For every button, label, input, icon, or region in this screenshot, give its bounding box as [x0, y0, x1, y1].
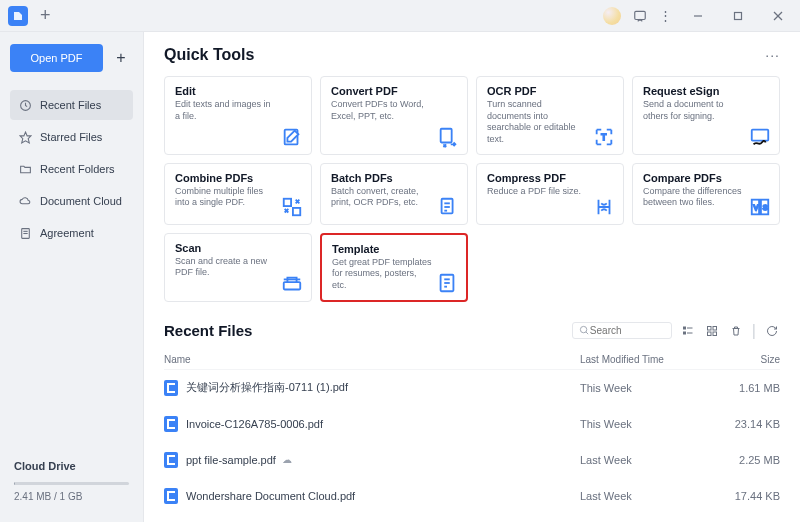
doc-icon	[18, 226, 32, 240]
column-time: Last Modified Time	[580, 354, 710, 365]
file-name: 关键词分析操作指南-0711 (1).pdf	[186, 380, 580, 395]
folder-icon	[18, 162, 32, 176]
svg-rect-11	[441, 129, 452, 143]
svg-rect-32	[683, 327, 685, 329]
tool-card-edit[interactable]: EditEdit texts and images in a file.	[164, 76, 312, 155]
file-time: This Week	[580, 382, 710, 394]
tool-title: Batch PDFs	[331, 172, 457, 184]
recent-table-header: Name Last Modified Time Size	[164, 350, 780, 370]
tool-title: Convert PDF	[331, 85, 457, 97]
svg-text:V: V	[754, 203, 759, 212]
tool-title: Scan	[175, 242, 301, 254]
cloud-usage-bar	[14, 482, 129, 485]
tool-title: Edit	[175, 85, 301, 97]
tool-icon	[281, 196, 303, 218]
tool-icon	[593, 196, 615, 218]
tool-desc: Convert PDFs to Word, Excel, PPT, etc.	[331, 99, 431, 122]
file-size: 1.61 MB	[710, 382, 780, 394]
svg-rect-38	[707, 332, 711, 336]
svg-rect-33	[683, 332, 685, 334]
file-time: Last Week	[580, 490, 710, 502]
tool-desc: Reduce a PDF file size.	[487, 186, 587, 198]
svg-rect-0	[635, 11, 646, 19]
quick-tools-more-button[interactable]: ···	[765, 47, 780, 63]
tool-card-request-esign[interactable]: Request eSignSend a document to others f…	[632, 76, 780, 155]
sidebar-item-document-cloud[interactable]: Document Cloud	[10, 186, 133, 216]
delete-button[interactable]	[728, 323, 744, 339]
tool-card-combine-pdfs[interactable]: Combine PDFsCombine multiple files into …	[164, 163, 312, 225]
svg-rect-13	[752, 129, 769, 140]
file-time: Last Week	[580, 454, 710, 466]
tool-icon	[436, 272, 458, 294]
tool-card-convert-pdf[interactable]: Convert PDFConvert PDFs to Word, Excel, …	[320, 76, 468, 155]
file-row[interactable]: ppt file-sample.pdf ☁Last Week2.25 MB	[164, 442, 780, 478]
title-bar: + ⋮	[0, 0, 800, 32]
svg-rect-39	[713, 332, 717, 336]
tool-icon	[437, 196, 459, 218]
pdf-file-icon	[164, 452, 178, 468]
refresh-button[interactable]	[764, 323, 780, 339]
tool-card-compress-pdf[interactable]: Compress PDFReduce a PDF file size.	[476, 163, 624, 225]
tool-desc: Compare the differences between two file…	[643, 186, 743, 209]
main-content: Quick Tools ··· EditEdit texts and image…	[144, 32, 800, 522]
svg-text:S: S	[763, 203, 768, 212]
new-tab-button[interactable]: +	[40, 5, 51, 26]
file-size: 23.14 KB	[710, 418, 780, 430]
sidebar-item-label: Document Cloud	[40, 195, 122, 207]
star-icon	[18, 130, 32, 144]
tool-icon	[749, 126, 771, 148]
file-name: Wondershare Document Cloud.pdf	[186, 490, 580, 502]
assistant-orb-icon[interactable]	[603, 7, 621, 25]
svg-rect-15	[293, 208, 300, 215]
grid-view-button[interactable]	[704, 323, 720, 339]
tool-title: Template	[332, 243, 456, 255]
tool-card-compare-pdfs[interactable]: Compare PDFsCompare the differences betw…	[632, 163, 780, 225]
sidebar-item-recent-folders[interactable]: Recent Folders	[10, 154, 133, 184]
file-name: Invoice-C126A785-0006.pdf	[186, 418, 580, 430]
svg-rect-24	[284, 282, 301, 289]
cloud-usage-text: 2.41 MB / 1 GB	[14, 491, 129, 502]
search-input[interactable]	[590, 325, 660, 336]
file-time: This Week	[580, 418, 710, 430]
sidebar: Open PDF + Recent Files Starred Files Re…	[0, 32, 144, 522]
search-icon	[579, 325, 590, 336]
chat-icon[interactable]	[633, 9, 647, 23]
tool-title: Combine PDFs	[175, 172, 301, 184]
quick-tools-title: Quick Tools	[164, 46, 254, 64]
clock-icon	[18, 98, 32, 112]
open-pdf-button[interactable]: Open PDF	[10, 44, 103, 72]
file-size: 2.25 MB	[710, 454, 780, 466]
kebab-menu-icon[interactable]: ⋮	[659, 8, 672, 23]
pdf-file-icon	[164, 380, 178, 396]
cloud-drive-status: Cloud Drive 2.41 MB / 1 GB	[10, 452, 133, 510]
list-view-button[interactable]	[680, 323, 696, 339]
svg-rect-37	[713, 326, 717, 330]
tool-card-ocr-pdf[interactable]: OCR PDFTurn scanned documents into searc…	[476, 76, 624, 155]
close-button[interactable]	[764, 4, 792, 28]
sidebar-item-label: Agreement	[40, 227, 94, 239]
tool-icon	[281, 126, 303, 148]
tool-icon: T	[593, 126, 615, 148]
maximize-button[interactable]	[724, 4, 752, 28]
file-row[interactable]: 关键词分析操作指南-0711 (1).pdfThis Week1.61 MB	[164, 370, 780, 406]
cloud-drive-title: Cloud Drive	[14, 460, 129, 472]
sidebar-item-recent-files[interactable]: Recent Files	[10, 90, 133, 120]
tool-desc: Edit texts and images in a file.	[175, 99, 275, 122]
tool-desc: Batch convert, create, print, OCR PDFs, …	[331, 186, 431, 209]
tool-icon	[437, 126, 459, 148]
minimize-button[interactable]	[684, 4, 712, 28]
file-row[interactable]: Wondershare Document Cloud.pdfLast Week1…	[164, 478, 780, 514]
svg-point-30	[580, 327, 586, 333]
sidebar-item-starred-files[interactable]: Starred Files	[10, 122, 133, 152]
search-box[interactable]	[572, 322, 672, 339]
tool-card-template[interactable]: TemplateGet great PDF templates for resu…	[320, 233, 468, 302]
tool-card-scan[interactable]: ScanScan and create a new PDF file.	[164, 233, 312, 302]
sidebar-item-agreement[interactable]: Agreement	[10, 218, 133, 248]
tool-icon: VS	[749, 196, 771, 218]
tool-title: OCR PDF	[487, 85, 613, 97]
file-row[interactable]: Invoice-C126A785-0006.pdfThis Week23.14 …	[164, 406, 780, 442]
file-size: 17.44 KB	[710, 490, 780, 502]
add-file-button[interactable]: +	[109, 44, 133, 72]
tool-card-batch-pdfs[interactable]: Batch PDFsBatch convert, create, print, …	[320, 163, 468, 225]
sidebar-item-label: Recent Folders	[40, 163, 115, 175]
